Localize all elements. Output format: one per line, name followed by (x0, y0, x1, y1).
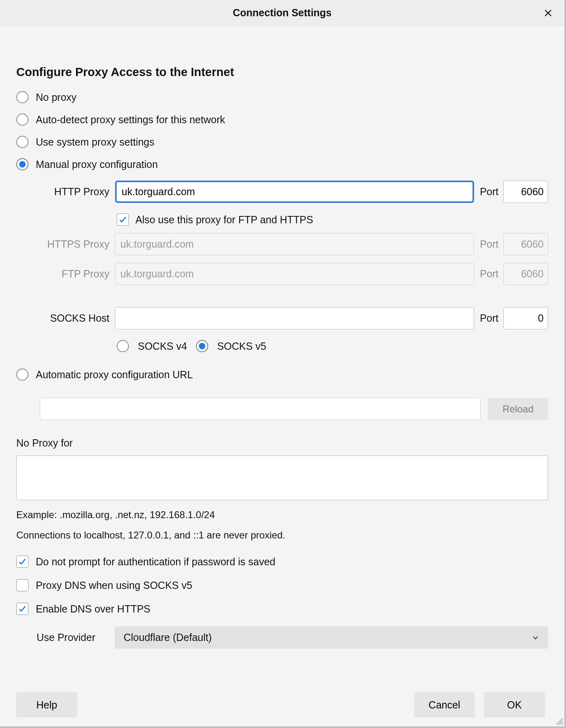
doh-provider-select[interactable]: Cloudflare (Default) (115, 626, 548, 649)
enable-doh-label: Enable DNS over HTTPS (36, 603, 150, 615)
connection-settings-dialog: Connection Settings Configure Proxy Acce… (0, 0, 566, 728)
no-proxy-example: Example: .mozilla.org, .net.nz, 192.168.… (16, 509, 548, 521)
proxy-dns-socks5-label: Proxy DNS when using SOCKS v5 (36, 580, 192, 591)
socks-host-label: SOCKS Host (29, 312, 113, 324)
chevron-down-icon (532, 634, 539, 641)
socks-host-input[interactable] (115, 307, 474, 329)
radio-socks-v4[interactable] (117, 340, 129, 352)
http-port-label: Port (477, 186, 501, 198)
https-proxy-port-input (503, 233, 548, 255)
share-proxy-checkbox-label: Also use this proxy for FTP and HTTPS (135, 214, 313, 226)
reload-button: Reload (488, 398, 548, 420)
proxy-dns-socks5-checkbox[interactable] (16, 579, 28, 591)
http-proxy-label: HTTP Proxy (29, 186, 113, 198)
no-proxy-note: Connections to localhost, 127.0.0.1, and… (16, 530, 548, 541)
https-port-label: Port (477, 238, 501, 250)
socks-port-input[interactable] (503, 307, 548, 329)
resize-grip-icon[interactable] (555, 717, 563, 725)
ok-button[interactable]: OK (484, 692, 545, 717)
no-auth-prompt-checkbox[interactable] (16, 556, 28, 568)
svg-line-4 (561, 723, 563, 725)
enable-doh-checkbox[interactable] (16, 603, 28, 615)
no-proxy-for-label: No Proxy for (16, 437, 548, 449)
radio-manual-proxy[interactable] (16, 158, 28, 170)
socks-port-label: Port (477, 312, 501, 324)
radio-system-proxy[interactable] (16, 136, 28, 148)
ftp-port-label: Port (477, 268, 501, 280)
cancel-button[interactable]: Cancel (414, 692, 475, 717)
radio-auto-config-url[interactable] (16, 368, 28, 381)
https-proxy-label: HTTPS Proxy (29, 238, 113, 250)
doh-provider-label: Use Provider (37, 632, 106, 643)
radio-auto-config-url-label: Automatic proxy configuration URL (36, 369, 193, 381)
check-icon (18, 557, 27, 566)
no-auth-prompt-label: Do not prompt for authentication if pass… (36, 556, 275, 568)
doh-provider-value: Cloudflare (Default) (124, 632, 212, 643)
radio-socks-v4-label: SOCKS v4 (138, 340, 187, 352)
auto-config-url-input (40, 398, 481, 420)
share-proxy-checkbox[interactable] (117, 214, 129, 226)
check-icon (118, 215, 127, 224)
radio-no-proxy-label: No proxy (36, 92, 76, 103)
radio-manual-proxy-label: Manual proxy configuration (36, 159, 158, 170)
radio-socks-v5-label: SOCKS v5 (217, 340, 266, 352)
check-icon (18, 604, 27, 613)
no-proxy-for-textarea[interactable] (16, 456, 548, 500)
radio-auto-detect[interactable] (16, 113, 28, 126)
ftp-proxy-port-input (503, 263, 548, 285)
manual-proxy-block: HTTP Proxy Port Also use this proxy for … (29, 181, 548, 352)
close-button[interactable] (542, 7, 555, 20)
ftp-proxy-host-input (115, 263, 474, 285)
help-button[interactable]: Help (16, 692, 77, 717)
https-proxy-host-input (115, 233, 474, 255)
http-proxy-port-input[interactable] (503, 181, 548, 203)
radio-auto-detect-label: Auto-detect proxy settings for this netw… (36, 114, 225, 126)
close-icon (544, 9, 553, 17)
ftp-proxy-label: FTP Proxy (29, 268, 113, 280)
dialog-footer: Help Cancel OK (16, 692, 545, 717)
dialog-title: Connection Settings (233, 7, 331, 19)
radio-socks-v5[interactable] (196, 340, 208, 352)
radio-dot-icon (199, 343, 205, 349)
titlebar: Connection Settings (0, 0, 564, 26)
radio-no-proxy[interactable] (16, 91, 28, 103)
radio-system-proxy-label: Use system proxy settings (36, 136, 155, 148)
http-proxy-host-input[interactable] (115, 181, 474, 203)
section-heading: Configure Proxy Access to the Internet (16, 65, 548, 79)
radio-dot-icon (19, 161, 26, 168)
